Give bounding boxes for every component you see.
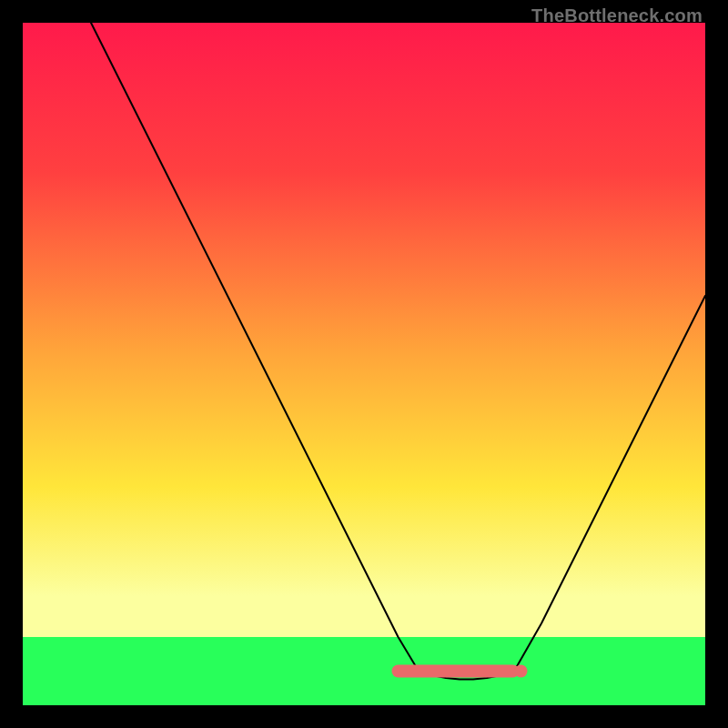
plot-area bbox=[23, 23, 705, 705]
optimal-zone-end-dot bbox=[515, 665, 528, 678]
curve-svg bbox=[23, 23, 705, 705]
chart-stage: TheBottleneck.com bbox=[0, 0, 728, 728]
bottleneck-curve bbox=[91, 23, 705, 680]
